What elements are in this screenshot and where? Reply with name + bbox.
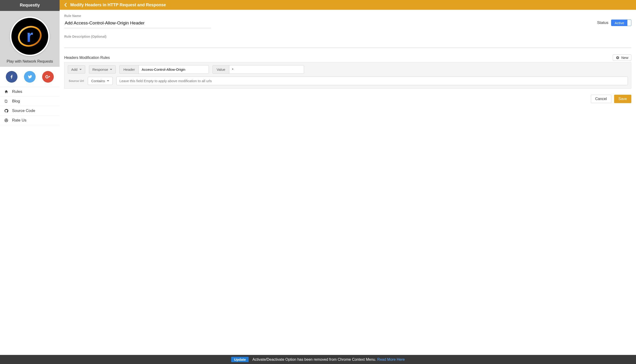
banner-message: Activate/Deactivate Option has been remo… xyxy=(252,358,376,362)
sidebar-tagline: Play with Network Requests xyxy=(6,59,53,64)
rule-name-input[interactable] xyxy=(64,18,211,28)
facebook-icon xyxy=(9,74,14,79)
caret-down-icon xyxy=(80,69,82,70)
content: Rule Name Status Active Rule Description… xyxy=(60,10,636,110)
sidebar-nav: Rules Blog Source Code Rate Us xyxy=(0,87,60,355)
google-plus-icon xyxy=(45,74,51,80)
sidebar-item-rules[interactable]: Rules xyxy=(0,87,60,96)
target-dropdown[interactable]: Response xyxy=(89,66,116,74)
match-type-dropdown[interactable]: Contains xyxy=(88,77,113,85)
svg-text:r: r xyxy=(26,26,33,46)
page-title: Modify Headers in HTTP Request and Respo… xyxy=(70,2,166,8)
banner-read-more-link[interactable]: Read More Here xyxy=(377,358,404,362)
sidebar-social-row xyxy=(0,67,60,87)
rule-description-input[interactable] xyxy=(64,39,631,48)
status-toggle-value: Active xyxy=(611,20,628,26)
sidebar-brand: Requestly xyxy=(0,0,60,11)
status-toggle[interactable]: Active xyxy=(611,20,631,26)
topbar: Modify Headers in HTTP Request and Respo… xyxy=(60,0,636,10)
requestly-logo-icon: r xyxy=(16,22,44,50)
sidebar-item-label: Rules xyxy=(12,89,22,94)
chevron-left-icon xyxy=(64,3,67,7)
caret-down-icon xyxy=(110,69,112,70)
value-addon: Value xyxy=(213,66,229,74)
header-input-group: Header xyxy=(120,65,209,74)
rules-section-title: Headers Modification Rules xyxy=(64,56,110,60)
rule-card: Add Response Header Value xyxy=(64,62,631,89)
github-icon xyxy=(4,109,8,113)
header-value-input[interactable] xyxy=(229,66,304,74)
new-rule-button-label: New xyxy=(621,56,628,60)
twitter-icon xyxy=(27,74,32,79)
status-col: Status Active xyxy=(597,14,631,26)
facebook-button[interactable] xyxy=(6,71,18,82)
book-icon xyxy=(4,99,8,103)
source-url-input-group xyxy=(116,76,628,85)
back-button[interactable] xyxy=(64,2,67,8)
sidebar-item-rate-us[interactable]: Rate Us xyxy=(0,116,60,125)
action-dropdown[interactable]: Add xyxy=(68,66,85,74)
chrome-icon xyxy=(4,118,8,122)
header-addon: Header xyxy=(120,66,139,74)
action-dropdown-label: Add xyxy=(71,68,78,72)
plus-circle-icon xyxy=(616,56,620,60)
rule-name-row: Rule Name Status Active xyxy=(64,14,631,28)
rule-name-col: Rule Name xyxy=(64,14,211,28)
match-type-label: Contains xyxy=(91,79,105,83)
sidebar-hero: r Play with Network Requests xyxy=(0,11,60,67)
rule-description-label: Rule Description (Optional) xyxy=(64,35,631,38)
caret-down-icon xyxy=(107,80,109,82)
twitter-button[interactable] xyxy=(24,71,36,82)
header-name-input[interactable] xyxy=(139,66,208,74)
cancel-button[interactable]: Cancel xyxy=(591,95,611,103)
new-rule-button[interactable]: New xyxy=(613,54,631,61)
sidebar-item-source-code[interactable]: Source Code xyxy=(0,106,60,116)
home-icon xyxy=(4,90,8,94)
main: Modify Headers in HTTP Request and Respo… xyxy=(60,0,636,355)
sidebar-item-label: Rate Us xyxy=(12,118,26,123)
form-actions: Cancel Save xyxy=(64,95,631,103)
rule-name-label: Rule Name xyxy=(64,14,211,18)
rule-description-block: Rule Description (Optional) xyxy=(64,35,631,48)
save-button[interactable]: Save xyxy=(614,95,631,103)
source-url-label: Source Url xyxy=(69,79,84,82)
banner-text: Activate/Deactivate Option has been remo… xyxy=(252,358,405,362)
sidebar-item-label: Blog xyxy=(12,99,20,104)
rules-section: Headers Modification Rules New Add Respo… xyxy=(64,54,631,89)
sidebar-item-label: Source Code xyxy=(12,108,35,113)
status-label: Status xyxy=(597,20,608,25)
rules-header: Headers Modification Rules New xyxy=(64,54,631,61)
target-dropdown-label: Response xyxy=(92,68,108,72)
sidebar-item-blog[interactable]: Blog xyxy=(0,96,60,106)
source-url-input[interactable] xyxy=(117,77,628,85)
status-toggle-knob xyxy=(628,20,631,26)
sidebar: Requestly xyxy=(0,0,60,355)
update-banner: Update Activate/Deactivate Option has be… xyxy=(0,355,636,364)
app-logo: r xyxy=(10,16,50,56)
app-root: Requestly xyxy=(0,0,636,355)
rule-row-1: Add Response Header Value xyxy=(68,65,628,74)
rule-row-2: Source Url Contains xyxy=(68,76,628,85)
google-plus-button[interactable] xyxy=(42,71,54,82)
update-badge: Update xyxy=(231,357,249,362)
value-input-group: Value xyxy=(212,65,304,74)
